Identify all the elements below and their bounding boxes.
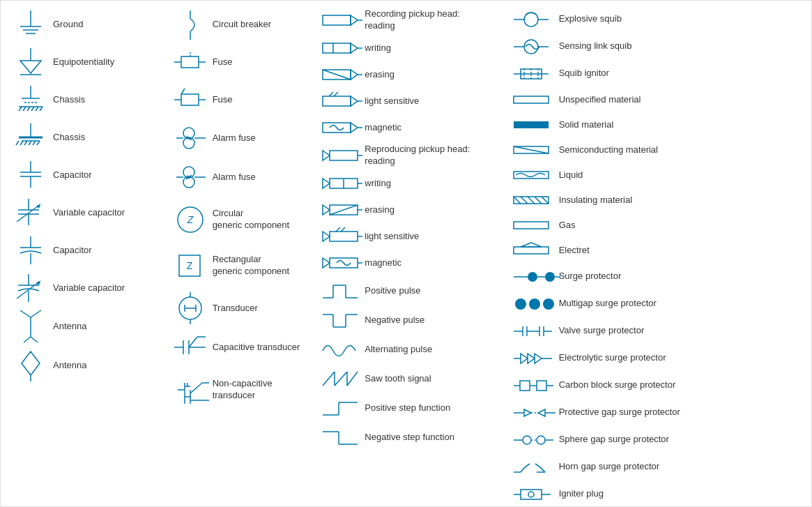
rec-head-label: Recording pickup head: <box>365 8 460 20</box>
unspecified-material-row: Unspecified material <box>514 89 804 110</box>
rec-head-icon <box>319 10 365 31</box>
capacitive-transducer-icon <box>167 330 213 365</box>
column-3: Recording pickup head: reading writing <box>316 8 510 499</box>
negative-pulse-icon <box>319 308 365 333</box>
svg-line-147 <box>323 372 335 386</box>
rec-erasing-row: erasing <box>319 63 506 86</box>
valve-surge-icon <box>514 321 559 342</box>
svg-rect-110 <box>323 96 351 106</box>
protective-gap-surge-row: Protective gap surge protector <box>514 401 804 424</box>
rec-magnetic-row: magnetic <box>319 116 506 139</box>
chassis2-row: Chassis <box>8 121 160 154</box>
svg-marker-100 <box>351 15 358 25</box>
rep-writing-row: writing <box>319 172 506 195</box>
fuse1-label: Fuse <box>213 56 233 68</box>
alternating-pulse-icon <box>319 337 365 362</box>
electret-icon <box>514 241 559 259</box>
column-1: Ground Equipotentiality <box>4 8 164 499</box>
non-capacitive-transducer-label: Non-capacitive transducer <box>213 378 273 402</box>
insulating-material-icon <box>514 191 559 209</box>
igniter-plug-label: Igniter plug <box>559 488 604 500</box>
rep-head-icon <box>319 145 365 166</box>
svg-text:Z: Z <box>186 260 192 271</box>
alarm-fuse1-label: Alarm fuse <box>213 133 256 144</box>
liquid-icon <box>514 166 559 184</box>
non-capacitive-transducer-icon <box>167 369 213 411</box>
positive-pulse-row: Positive pulse <box>319 278 506 303</box>
positive-step-row: Positive step function <box>319 395 506 421</box>
svg-rect-173 <box>514 172 549 179</box>
circular-generic-label: Circular generic component <box>213 208 290 232</box>
rec-writing-label: writing <box>365 43 391 54</box>
rec-magnetic-label: magnetic <box>365 122 401 134</box>
rep-magnetic-icon <box>319 252 365 273</box>
horn-gap-surge-label: Horn gap surge protector <box>559 461 660 473</box>
svg-line-178 <box>535 197 542 204</box>
ground-label: Ground <box>53 19 83 31</box>
sphere-gap-surge-icon <box>514 430 559 451</box>
ground-row: Ground <box>8 8 160 41</box>
capacitive-transducer-label: Capacitive transducer <box>213 342 300 354</box>
multigap-surge-icon <box>514 294 559 315</box>
svg-point-162 <box>524 40 538 54</box>
alarm-fuse2-row: Alarm fuse <box>167 160 313 195</box>
svg-line-112 <box>334 92 338 96</box>
svg-marker-211 <box>538 409 545 416</box>
svg-rect-119 <box>330 151 358 160</box>
svg-rect-130 <box>330 232 358 241</box>
negative-pulse-row: Negative pulse <box>319 308 506 333</box>
surge-protector-icon <box>514 266 559 287</box>
equipotentiality-icon <box>8 47 53 78</box>
solid-material-row: Solid material <box>514 114 804 135</box>
svg-rect-170 <box>514 121 549 128</box>
positive-pulse-icon <box>319 278 365 303</box>
rep-reading-label: reading <box>365 156 470 167</box>
rep-light-sensitive-icon <box>319 226 365 247</box>
rep-head-row: Reproducing pickup head: reading <box>319 143 506 168</box>
chassis2-label: Chassis <box>53 132 85 144</box>
rec-writing-row: writing <box>319 37 506 59</box>
svg-marker-108 <box>351 70 358 80</box>
svg-point-186 <box>545 272 555 282</box>
electrolytic-surge-icon <box>514 348 559 369</box>
rep-head-label: Reproducing pickup head: <box>365 144 470 156</box>
rec-reading-label: reading <box>365 20 460 32</box>
electret-row: Electret <box>514 240 804 261</box>
svg-marker-199 <box>521 354 528 363</box>
svg-line-149 <box>335 372 347 386</box>
variable-capacitor2-icon <box>8 273 53 304</box>
ground-icon <box>8 9 53 40</box>
rep-writing-icon <box>319 173 365 194</box>
capacitor2-icon <box>8 235 53 266</box>
semiconducting-material-label: Semiconducting material <box>559 144 658 156</box>
sensing-link-squib-row: Sensing link squib <box>514 35 804 58</box>
svg-marker-209 <box>524 409 531 416</box>
transducer-row: Transducer <box>167 291 313 326</box>
saw-tooth-row: Saw tooth signal <box>319 366 506 391</box>
variable-capacitor1-label: Variable capacitor <box>53 207 125 219</box>
svg-marker-201 <box>535 354 542 363</box>
surge-protector-row: Surge protector <box>514 265 804 288</box>
svg-point-222 <box>528 492 534 497</box>
sensing-link-squib-label: Sensing link squib <box>559 40 632 52</box>
electrolytic-surge-label: Electrolytic surge protector <box>559 352 666 364</box>
svg-line-177 <box>528 197 535 204</box>
svg-rect-221 <box>521 490 542 499</box>
fuse2-icon <box>167 86 213 114</box>
svg-line-22 <box>24 141 27 145</box>
capacitor1-row: Capacitor <box>8 158 160 192</box>
chassis1-row: Chassis <box>8 83 160 116</box>
svg-rect-204 <box>520 381 530 391</box>
antenna2-icon <box>8 348 53 383</box>
multigap-surge-row: Multigap surge protector <box>514 292 804 315</box>
circular-generic-icon: Z <box>167 202 213 237</box>
squib-ignitor-label: Squib ignitor <box>559 68 609 80</box>
explosive-squib-icon <box>514 9 559 30</box>
capacitor1-label: Capacitor <box>53 169 92 181</box>
antenna1-row: Antenna <box>8 309 160 344</box>
non-capacitive-transducer-row: Non-capacitive transducer <box>167 369 313 411</box>
rep-magnetic-label: magnetic <box>365 257 401 269</box>
svg-line-175 <box>514 197 521 204</box>
svg-point-216 <box>537 436 545 444</box>
liquid-row: Liquid <box>514 165 804 186</box>
